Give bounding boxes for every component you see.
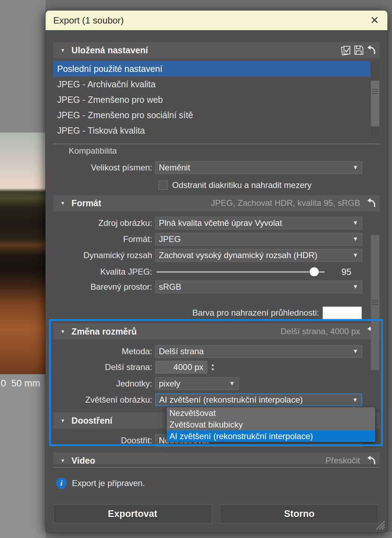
collapse-icon[interactable]: ▼ <box>53 47 72 53</box>
upscale-dropdown[interactable]: AI zvětšení (rekonstrukční interpolace) … <box>155 394 362 406</box>
longer-side-stepper[interactable]: ▲ ▼ <box>208 361 217 374</box>
preset-item[interactable]: JPEG - Zmenšeno pro web <box>53 92 370 107</box>
compatibility-clipped-label: Kompatibilita <box>69 148 117 156</box>
diacritics-checkbox[interactable] <box>158 181 168 190</box>
image-source-dropdown[interactable]: Plná kvalita včetně úprav Vyvolat ▼ <box>155 217 362 229</box>
export-dialog: Export (1 soubor) ✕ ▼ Uložená nastavení <box>46 11 387 532</box>
resize-method-dropdown[interactable]: Delší strana ▼ <box>155 345 362 358</box>
longer-side-input[interactable]: 4000 px <box>155 361 207 374</box>
preset-item[interactable]: JPEG - Zmenšeno pro sociální sítě <box>53 107 370 123</box>
save-preset-icon[interactable] <box>352 44 365 56</box>
divider <box>53 144 380 144</box>
spin-up-icon[interactable]: ▲ <box>211 363 215 367</box>
upscale-dropdown-menu: Nezvětšovat Zvětšovat bikubicky AI zvětš… <box>166 407 376 442</box>
chevron-down-icon: ▼ <box>352 236 358 243</box>
section-header-saved-presets[interactable]: ▼ Uložená nastavení <box>53 42 380 58</box>
chevron-down-icon: ▼ <box>352 164 358 171</box>
preset-item[interactable]: JPEG - Tisková kvalita <box>53 123 370 138</box>
reset-presets-icon[interactable] <box>365 44 378 56</box>
row-resize-method: Metoda: Delší strana ▼ <box>53 345 380 358</box>
section-header-video[interactable]: ▼ Video Přeskočit <box>53 452 380 464</box>
color-space-dropdown[interactable]: sRGB ▼ <box>155 281 362 293</box>
diacritics-label: Odstranit diakritiku a nahradit mezery <box>172 180 312 190</box>
spin-down-icon[interactable]: ▼ <box>211 368 215 371</box>
scrollbar-grip <box>372 89 378 95</box>
letter-case-label: Velikost písmen: <box>53 163 155 173</box>
color-space-label: Barevný prostor: <box>53 282 155 292</box>
file-format-dropdown[interactable]: JPEG ▼ <box>155 233 362 246</box>
dynamic-range-dropdown[interactable]: Zachovat vysoký dynamický rozsah (HDR) ▼ <box>155 249 362 262</box>
screen: { "window": { "title": "Export (1 soubor… <box>0 0 392 538</box>
letter-case-value: Neměnit <box>159 163 190 173</box>
section-title-sharpening: Doostření <box>72 416 113 426</box>
section-header-format[interactable]: ▼ Formát JPEG, Zachovat HDR, kvalita 95,… <box>53 195 380 211</box>
sharpen-label: Doostřit: <box>53 436 155 445</box>
jpeg-quality-slider[interactable] <box>156 271 325 273</box>
longer-side-value: 4000 px <box>174 362 203 372</box>
longer-side-label: Delší strana: <box>53 362 155 372</box>
apply-preset-icon[interactable] <box>340 44 352 56</box>
scrollbar-grip <box>372 300 378 305</box>
row-image-source: Zdroj obrázku: Plná kvalita včetně úprav… <box>53 217 380 229</box>
divider <box>53 467 380 468</box>
transparency-color-swatch[interactable] <box>323 307 362 319</box>
transparency-color-label: Barva pro nahrazení průhlednosti: <box>53 308 323 318</box>
image-source-value: Plná kvalita včetně úprav Vyvolat <box>159 218 282 228</box>
menu-item[interactable]: Zvětšovat bikubicky <box>167 419 375 430</box>
row-dynamic-range: Dynamický rozsah Zachovat vysoký dynamic… <box>53 249 380 262</box>
row-jpeg-quality: Kvalita JPEG: 95 <box>53 265 380 278</box>
collapse-icon[interactable]: ▼ <box>53 200 72 206</box>
info-icon: i <box>56 478 67 489</box>
row-letter-case: Velikost písmen: Neměnit ▼ <box>53 161 380 174</box>
status-message: Export je připraven. <box>72 478 145 488</box>
reset-video-icon[interactable] <box>365 454 378 464</box>
dialog-titlebar[interactable]: Export (1 soubor) ✕ <box>46 11 387 30</box>
preset-item[interactable]: Poslední použité nastavení <box>53 61 370 76</box>
units-label: Jednotky: <box>53 379 155 389</box>
row-color-space: Barevný prostor: sRGB ▼ <box>53 281 380 293</box>
row-units: Jednotky: pixely ▼ <box>53 377 380 390</box>
cancel-button[interactable]: Storno <box>220 504 379 523</box>
resize-method-label: Metoda: <box>53 347 155 356</box>
dialog-scrollbar-thumb[interactable] <box>371 235 379 370</box>
menu-item-selected[interactable]: AI zvětšení (rekonstrukční interpolace) <box>167 430 375 442</box>
chevron-down-icon: ▼ <box>352 220 358 227</box>
row-diacritics: Odstranit diakritiku a nahradit mezery <box>53 179 380 191</box>
collapse-icon[interactable]: ▼ <box>53 458 72 463</box>
photo-caption: 0 50 mm <box>1 378 40 389</box>
file-format-value: JPEG <box>159 234 181 244</box>
upscale-label: Zvětšení obrázku: <box>53 395 155 405</box>
section-title-saved-presets: Uložená nastavení <box>72 45 148 55</box>
jpeg-quality-label: Kvalita JPEG: <box>53 267 155 277</box>
dynamic-range-value: Zachovat vysoký dynamický rozsah (HDR) <box>159 250 317 260</box>
export-button[interactable]: Exportovat <box>53 504 212 523</box>
jpeg-quality-slider-thumb[interactable] <box>310 267 319 276</box>
chevron-down-icon: ▼ <box>352 348 358 355</box>
section-header-video-clip: ▼ Video Přeskočit <box>53 452 380 464</box>
section-title-format: Formát <box>72 198 101 208</box>
background-bottom-strip <box>46 532 392 538</box>
resize-grip-icon[interactable] <box>375 520 385 530</box>
units-dropdown[interactable]: pixely ▼ <box>155 377 239 390</box>
row-longer-side: Delší strana: 4000 px ▲ ▼ <box>53 361 380 374</box>
format-summary: JPEG, Zachovat HDR, kvalita 95, sRGB <box>211 198 365 208</box>
letter-case-dropdown[interactable]: Neměnit ▼ <box>155 161 362 174</box>
collapse-icon[interactable]: ▼ <box>53 329 72 334</box>
reset-format-icon[interactable] <box>365 197 378 209</box>
preset-list-scrollbar[interactable] <box>371 61 379 138</box>
video-summary: Přeskočit <box>325 456 365 464</box>
preset-list-scrollbar-thumb[interactable] <box>371 81 379 126</box>
jpeg-quality-value: 95 <box>342 267 351 277</box>
resize-method-value: Delší strana <box>159 347 204 356</box>
file-format-label: Formát: <box>53 234 155 244</box>
image-source-label: Zdroj obrázku: <box>53 218 155 228</box>
menu-item[interactable]: Nezvětšovat <box>167 407 375 419</box>
status-row: i Export je připraven. <box>53 477 380 490</box>
row-file-format: Formát: JPEG ▼ <box>53 233 380 246</box>
color-space-value: sRGB <box>159 282 181 292</box>
collapse-icon[interactable]: ▼ <box>53 418 72 423</box>
close-icon[interactable]: ✕ <box>370 15 379 26</box>
section-header-resize[interactable]: ▼ Změna rozměrů Delší strana, 4000 px <box>53 323 380 339</box>
resize-summary: Delší strana, 4000 px <box>281 327 365 336</box>
preset-item[interactable]: JPEG - Archivační kvalita <box>53 76 370 92</box>
